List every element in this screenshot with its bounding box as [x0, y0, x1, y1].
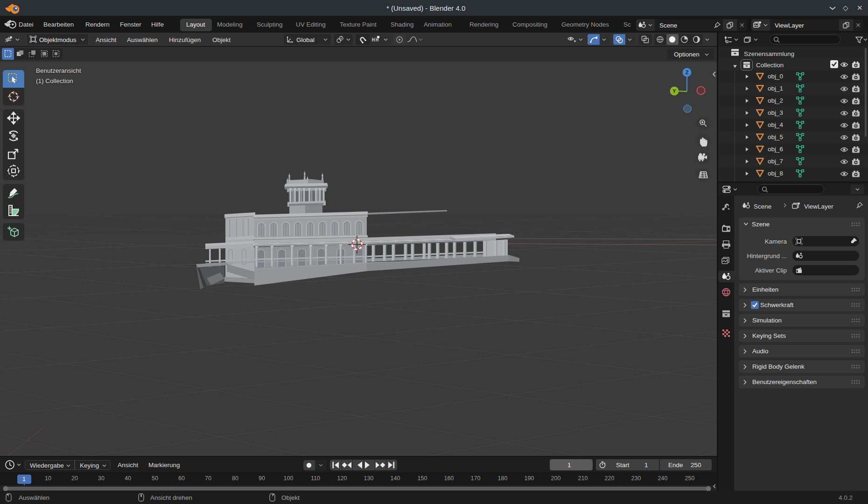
svg-text:Z: Z — [686, 70, 689, 75]
svg-text:Y: Y — [672, 88, 676, 94]
